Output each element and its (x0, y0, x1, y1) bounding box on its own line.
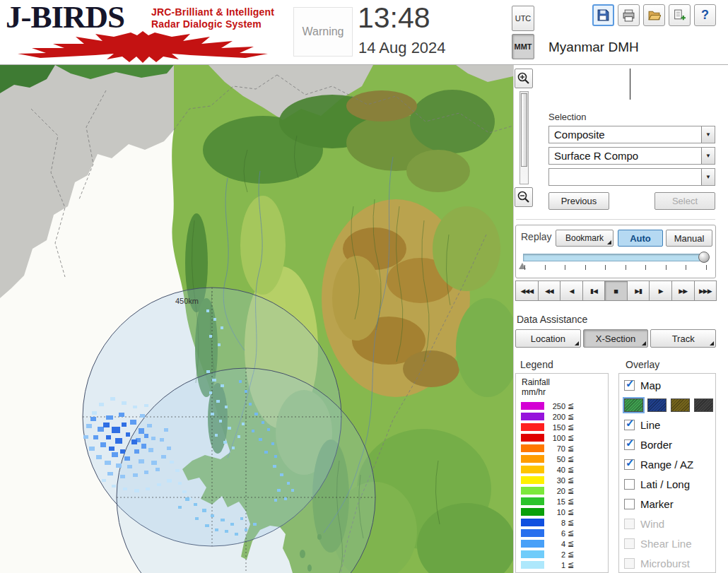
overlay-panel: ✓Map✓Line✓Border✓Range / AZLati / LongMa… (618, 373, 716, 573)
overlay-item-border: ✓Border (619, 435, 715, 454)
replay-slider-thumb[interactable] (698, 252, 710, 263)
legend-color-swatch (521, 540, 544, 548)
zoom-out-button[interactable] (515, 187, 533, 207)
playback-button-6[interactable]: ▶ (649, 280, 672, 301)
legend-color-swatch (521, 466, 544, 473)
product-combo-3[interactable]: ▼ (548, 168, 715, 186)
zoom-slider-track[interactable] (519, 91, 529, 184)
product-combo-1-value: Composite (554, 129, 605, 141)
clock-date: 14 Aug 2024 (358, 39, 446, 57)
product-combo-1[interactable]: Composite ▼ (548, 126, 715, 143)
selection-label: Selection (548, 112, 586, 122)
utc-button[interactable]: UTC (512, 6, 534, 31)
check-icon: ✓ (626, 417, 635, 430)
legend-color-swatch (521, 455, 544, 463)
clock-time: 13:48 (358, 1, 430, 35)
overlay-checkbox-range-az[interactable]: ✓ (624, 459, 635, 470)
chevron-down-icon[interactable]: ▼ (701, 168, 715, 186)
playback-button-8[interactable]: ▶▶▶ (694, 280, 717, 301)
legend-value: 150 (544, 423, 565, 432)
station-name: Myanmar DMH (548, 40, 639, 55)
zoom-in-button[interactable] (515, 69, 533, 88)
legend-row: 150≦ (516, 422, 608, 432)
logo-subtitle-line1: JRC-Brilliant & Intelligent (151, 6, 274, 18)
range-ring-label: 450km (175, 297, 199, 305)
warning-indicator[interactable]: Warning (293, 7, 353, 57)
overlay-item-marker: Marker (619, 494, 715, 514)
print-button[interactable] (618, 4, 640, 26)
export-button[interactable] (669, 4, 691, 26)
overlay-item-label: Shear Line (640, 538, 692, 550)
replay-slider-ticks (524, 265, 707, 270)
replay-slider-track[interactable] (523, 254, 708, 261)
chevron-down-icon[interactable]: ▼ (701, 147, 715, 165)
legend-lte-symbol: ≦ (568, 454, 574, 463)
radar-map[interactable]: 450km (0, 65, 513, 573)
zoom-slider-thumb[interactable] (521, 93, 527, 167)
map-style-swatch-3[interactable] (694, 398, 713, 412)
legend-color-swatch (521, 434, 544, 442)
product-combo-2[interactable]: Surface R Compo ▼ (548, 147, 715, 165)
slider-tick (645, 265, 646, 270)
playback-button-0[interactable]: ◀◀◀ (515, 280, 539, 301)
legend-value: 4 (544, 540, 565, 548)
open-folder-button[interactable] (643, 4, 665, 26)
check-icon: ✓ (626, 437, 635, 449)
logo-subtitle-line2: Radar Dialogic System (151, 18, 274, 30)
legend-lte-symbol: ≦ (568, 560, 574, 569)
text-cursor (630, 69, 630, 100)
slider-tick (545, 265, 546, 270)
overlay-item-range-az: ✓Range / AZ (619, 454, 715, 474)
map-style-swatch-2[interactable] (671, 398, 690, 412)
legend-value: 200 (544, 413, 565, 421)
save-button[interactable] (592, 4, 614, 26)
overlay-item-label: Marker (640, 498, 674, 510)
overlay-checkbox-shear-line (624, 538, 635, 549)
track-button[interactable]: Track (650, 329, 716, 348)
legend-value: 70 (544, 444, 565, 453)
map-style-swatch-0[interactable] (624, 398, 643, 412)
legend-value: 40 (544, 466, 565, 474)
check-icon: ✓ (626, 377, 635, 390)
chevron-down-icon[interactable]: ▼ (701, 126, 715, 143)
legend-row: 8≦ (516, 517, 608, 528)
legend-color-swatch (521, 487, 544, 495)
logo-subtitle: JRC-Brilliant & Intelligent Radar Dialog… (151, 6, 274, 30)
legend-value: 30 (544, 476, 565, 485)
previous-button[interactable]: Previous (548, 192, 609, 210)
slider-tick (626, 265, 626, 270)
overlay-checkbox-line[interactable]: ✓ (624, 420, 635, 430)
auto-button[interactable]: Auto (618, 230, 663, 247)
legend-row: 20≦ (516, 485, 608, 496)
zoom-out-icon (517, 190, 531, 204)
map-style-swatch-1[interactable] (647, 398, 667, 412)
overlay-checkbox-wind (624, 519, 635, 529)
overlay-checkbox-marker[interactable] (624, 499, 635, 509)
save-icon (597, 8, 610, 22)
location-button[interactable]: Location (515, 329, 581, 348)
overlay-item-wind: Wind (619, 514, 715, 533)
playback-button-2[interactable]: ◀ (560, 280, 583, 301)
legend-lte-symbol: ≦ (568, 433, 574, 442)
legend-row: 15≦ (516, 496, 608, 507)
playback-button-4[interactable]: ■ (604, 280, 628, 301)
help-button[interactable]: ? (694, 4, 716, 26)
warning-label: Warning (303, 25, 344, 38)
playback-button-1[interactable]: ◀◀ (538, 280, 561, 301)
playback-button-5[interactable]: ▶▮ (627, 280, 650, 301)
playback-controls: ◀◀◀◀◀◀▮◀■▶▮▶▶▶▶▶▶ (515, 280, 716, 301)
manual-button[interactable]: Manual (666, 230, 712, 247)
overlay-checkbox-map[interactable]: ✓ (624, 380, 635, 391)
help-icon: ? (701, 8, 709, 23)
legend-lte-symbol: ≦ (568, 518, 574, 527)
overlay-label: Overlay (626, 359, 659, 370)
mmt-button[interactable]: MMT (512, 34, 534, 59)
bookmark-button[interactable]: Bookmark (556, 230, 613, 247)
slider-tick (686, 265, 686, 270)
overlay-checkbox-border[interactable]: ✓ (624, 439, 635, 450)
x-section-button[interactable]: X-Section (583, 329, 649, 348)
playback-button-7[interactable]: ▶▶ (671, 280, 695, 301)
legend-row: 50≦ (516, 454, 608, 464)
overlay-checkbox-lati-long[interactable] (624, 479, 635, 490)
playback-button-3[interactable]: ▮◀ (582, 280, 606, 301)
